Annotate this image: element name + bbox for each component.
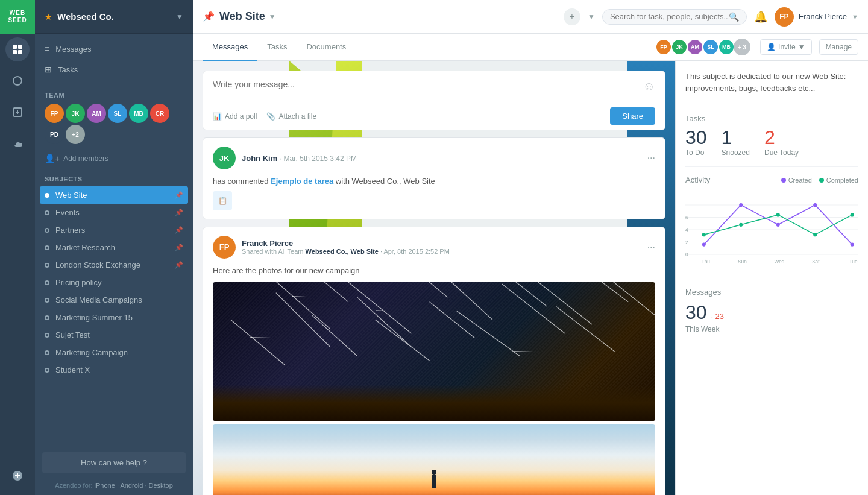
svg-line-16 [483, 282, 547, 306]
member-thumb-3[interactable]: AM [687, 39, 703, 55]
svg-text:Sun: Sun [738, 259, 747, 265]
member-thumb-4[interactable]: SL [702, 39, 719, 55]
add-poll-button[interactable]: 📊 Add a poll [213, 112, 257, 121]
svg-point-45 [776, 213, 780, 216]
subject-item-social-media[interactable]: Social Media Campaigns [35, 291, 193, 309]
team-avatar-2[interactable]: JK [66, 104, 85, 123]
svg-line-17 [529, 282, 592, 324]
svg-line-25 [312, 315, 357, 356]
star-icon: ★ [45, 12, 52, 22]
todo-stat: 30 To Do [685, 128, 707, 157]
share-button[interactable]: Share [610, 107, 655, 125]
user-info[interactable]: FP Franck Pierce ▼ [775, 7, 858, 27]
add-members-label: Add members [63, 154, 108, 163]
footer: Azendoo for: iPhone · Android · Desktop [35, 478, 193, 495]
nav-icon-cloud[interactable] [5, 131, 30, 156]
app-logo[interactable]: WEB SEED [0, 0, 35, 34]
svg-line-19 [276, 293, 330, 347]
svg-point-4 [13, 77, 22, 85]
team-avatar-3[interactable]: AM [87, 104, 106, 123]
emoji-icon[interactable]: ☺ [643, 80, 655, 93]
svg-point-40 [776, 223, 780, 227]
workspace-header[interactable]: ★ Webseed Co. ▼ [35, 0, 193, 34]
subject-item-london[interactable]: London Stock Exchange 📌 [35, 256, 193, 274]
add-members-button[interactable]: 👤+ Add members [45, 151, 183, 166]
subject-item-partners[interactable]: Partners 📌 [35, 221, 193, 239]
subject-item-student-x[interactable]: Student X [35, 361, 193, 379]
subject-label-marketing-summer: Marketing Summer 15 [55, 313, 133, 322]
footer-android[interactable]: Android [120, 482, 143, 489]
attach-file-button[interactable]: 📎 Attach a file [266, 112, 316, 121]
team-avatar-6[interactable]: CR [150, 104, 169, 123]
sub-header: Messages Tasks Documents FP JK AM SL MB … [193, 34, 868, 61]
svg-line-28 [556, 306, 614, 352]
subject-item-marketing-summer[interactable]: Marketing Summer 15 [35, 309, 193, 326]
add-button[interactable]: + [564, 8, 580, 25]
tab-messages[interactable]: Messages [203, 34, 257, 61]
team-avatar-4[interactable]: SL [108, 104, 127, 123]
tasks-widget: Tasks 30 To Do 1 Snoozed 2 Due Today [685, 114, 858, 157]
footer-desktop[interactable]: Desktop [149, 482, 173, 489]
svg-rect-2 [13, 50, 17, 54]
main-area: 📌 Web Site ▼ + ▼ 🔍 🔔 FP Franck Pierce ▼ … [193, 0, 868, 495]
pin-icon: 📌 [175, 209, 183, 216]
subject-label-london: London Stock Exchange [55, 260, 140, 270]
svg-point-44 [739, 223, 743, 227]
member-thumb-1[interactable]: FP [655, 39, 672, 55]
nav-icon-circle[interactable] [5, 69, 30, 93]
footer-iphone[interactable]: iPhone [95, 482, 115, 489]
notification-icon[interactable]: 🔔 [754, 10, 767, 24]
todo-count: 30 [685, 128, 707, 147]
subject-item-pricing[interactable]: Pricing policy [35, 274, 193, 291]
message-more-button-2[interactable]: ··· [647, 242, 655, 253]
member-thumb-2[interactable]: JK [671, 39, 688, 55]
manage-button[interactable]: Manage [819, 39, 858, 55]
help-button[interactable]: How can we help ? [42, 452, 186, 473]
tab-tasks[interactable]: Tasks [257, 34, 297, 61]
pin-icon: 📌 [175, 226, 183, 234]
subject-label-sujet-test: Sujet Test [55, 330, 90, 339]
team-avatar-7[interactable]: PD [45, 125, 64, 144]
due-today-label: Due Today [764, 148, 799, 157]
image-sunset[interactable] [213, 424, 655, 495]
sidebar-item-tasks[interactable]: ⊞ Tasks [35, 59, 193, 80]
message-header-2: FP Franck Pierce Shared with All Team We… [213, 236, 655, 259]
subject-item-sujet-test[interactable]: Sujet Test [35, 326, 193, 344]
subject-dot [45, 298, 49, 303]
subjects-label: SUBJECTS [35, 175, 193, 186]
message-more-button-1[interactable]: ··· [647, 153, 655, 163]
search-icon: 🔍 [729, 12, 739, 22]
subject-label-website: Web Site [55, 191, 87, 200]
subject-item-market-research[interactable]: Market Research 📌 [35, 239, 193, 256]
team-avatar-1[interactable]: FP [45, 104, 64, 123]
team-avatar-8[interactable]: +2 [66, 125, 85, 144]
image-night-sky[interactable] [213, 282, 655, 421]
subject-item-events[interactable]: Events 📌 [35, 204, 193, 221]
messages-count: 30 [685, 301, 707, 324]
tab-documents[interactable]: Documents [297, 34, 356, 61]
subject-item-website[interactable]: Web Site 📌 [40, 186, 188, 204]
message-workspace: Webseed Co., Web Site [306, 248, 379, 255]
nav-icon-grid[interactable] [5, 37, 30, 61]
svg-line-20 [357, 297, 412, 347]
title-chevron-icon[interactable]: ▼ [269, 13, 276, 21]
panel-description: This subject is dedicated to our new Web… [685, 71, 858, 104]
content-area: ☺ 📊 Add a poll 📎 Attach a file Share [193, 61, 868, 495]
message-input[interactable] [213, 80, 643, 89]
invite-button[interactable]: 👤 Invite ▼ [760, 39, 812, 55]
member-thumb-5[interactable]: MB [718, 39, 735, 55]
team-avatar-5[interactable]: MB [129, 104, 148, 123]
search-input[interactable] [610, 12, 729, 21]
add-chevron[interactable]: ▼ [588, 13, 595, 21]
top-header: 📌 Web Site ▼ + ▼ 🔍 🔔 FP Franck Pierce ▼ [193, 0, 868, 34]
message-avatar-2: FP [213, 236, 236, 259]
svg-text:Sat: Sat [812, 259, 820, 265]
legend-completed: Completed [819, 177, 858, 184]
sidebar-item-messages[interactable]: ≡ Messages [35, 39, 193, 59]
subject-dot [45, 193, 49, 198]
subject-item-marketing-campaign[interactable]: Marketing Campaign [35, 344, 193, 361]
more-members-badge[interactable]: + 3 [734, 39, 750, 55]
nav-icon-plus[interactable] [5, 464, 30, 488]
svg-text:Tue: Tue [849, 259, 858, 265]
nav-icon-tasks[interactable] [5, 100, 30, 124]
